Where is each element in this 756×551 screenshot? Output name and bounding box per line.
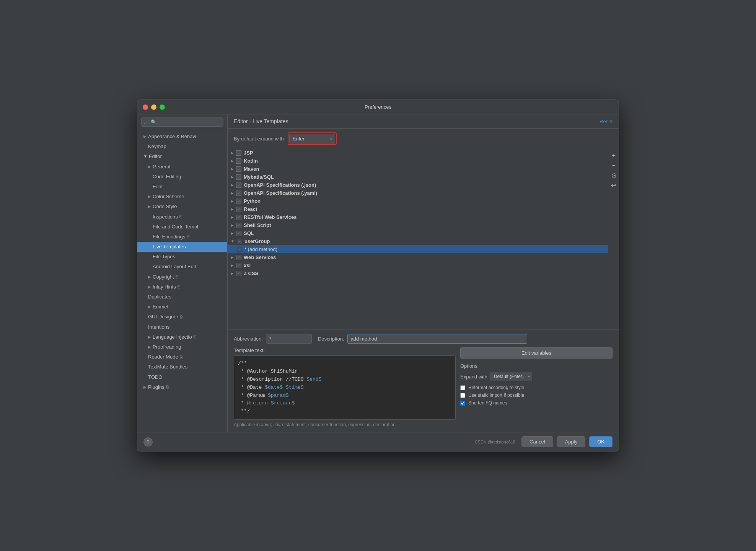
template-name: Shell Script <box>244 222 271 228</box>
footer-buttons: Cancel Apply OK <box>521 436 613 447</box>
reset-button[interactable]: Reset <box>600 119 613 124</box>
template-row-kotlin[interactable]: ▶ ✓ Kotlin <box>228 157 608 165</box>
sidebar-item-file-types[interactable]: File Types <box>137 252 227 262</box>
template-row-maven[interactable]: ▶ ✓ Maven <box>228 165 608 173</box>
sidebar-item-inspections[interactable]: Inspections ⎘ <box>137 212 227 222</box>
sidebar-item-editor[interactable]: ▼ Editor <box>137 152 227 161</box>
sidebar-item-code-style[interactable]: ▶ Code Style <box>137 202 227 212</box>
cancel-button[interactable]: Cancel <box>521 436 553 447</box>
sidebar-item-file-code-templates[interactable]: File and Code Templ <box>137 222 227 232</box>
sidebar-item-gui-designer[interactable]: GUI Designer ⎘ <box>137 312 227 322</box>
template-row-z-css[interactable]: ▶ ✓ Z CSS <box>228 269 608 277</box>
minimize-button[interactable] <box>151 104 156 110</box>
sidebar-item-reader-mode[interactable]: Reader Mode ⎘ <box>137 352 227 362</box>
sidebar-item-keymap[interactable]: Keymap <box>137 142 227 152</box>
expand-with-row: Expand with Default (Enter) Enter Tab Sp… <box>460 372 613 381</box>
sidebar-item-language-injection[interactable]: ▶ Language Injectio ⎘ <box>137 332 227 342</box>
search-wrap <box>141 117 223 127</box>
expand-with-option-select[interactable]: Default (Enter) Enter Tab Space <box>490 372 532 381</box>
shorten-fq-checkbox[interactable] <box>460 401 465 406</box>
editor-bottom: Template text: /** * @Author ShiShuMin *… <box>234 347 613 427</box>
sidebar-item-todo[interactable]: TODO <box>137 372 227 382</box>
template-name: Mybatis/SQL <box>244 174 274 180</box>
sidebar-item-android-layout[interactable]: Android Layout Edit <box>137 262 227 272</box>
breadcrumb-parent: Editor <box>234 118 248 124</box>
options-section: Options Expand with Default (Enter) Ente… <box>460 363 613 406</box>
sidebar-item-proofreading[interactable]: ▶ Proofreading <box>137 342 227 352</box>
template-text-label: Template text: <box>234 347 456 353</box>
copy-button[interactable]: ⎘ <box>609 171 618 179</box>
checkbox-icon: ✓ <box>236 166 241 172</box>
search-input[interactable] <box>141 117 223 127</box>
sidebar-item-live-templates[interactable]: Live Templates <box>137 242 227 252</box>
template-line-6: * @return $return$ <box>238 399 451 408</box>
sidebar-item-label: Inlay Hints <box>153 284 176 290</box>
sidebar-item-color-scheme[interactable]: ▶ Color Scheme <box>137 192 227 202</box>
sidebar-item-inlay-hints[interactable]: ▶ Inlay Hints ⎘ <box>137 282 227 292</box>
template-row-openapi-json[interactable]: ▶ ✓ OpenAPI Specifications (.json) <box>228 181 608 189</box>
description-field-group: Description: <box>318 334 527 344</box>
template-row-xsl[interactable]: ▶ ✓ xsl <box>228 261 608 269</box>
help-button[interactable]: ? <box>143 437 153 447</box>
expand-with-select[interactable]: Enter Tab Space <box>289 134 335 143</box>
arrow-icon: ▶ <box>231 159 234 163</box>
sidebar-item-emmet[interactable]: ▶ Emmet <box>137 302 227 312</box>
arrow-icon: ▼ <box>231 239 235 243</box>
description-input[interactable] <box>347 334 527 344</box>
sidebar-item-textmate-bundles[interactable]: TextMate Bundles <box>137 362 227 372</box>
dialog-title: Preferences <box>365 104 391 110</box>
sidebar-item-duplicates[interactable]: Duplicates <box>137 292 227 302</box>
expand-with-bar: By default expand with Enter Tab Space ▾ <box>228 129 619 149</box>
editor-options: Edit variables Options Expand with Defau… <box>460 347 613 427</box>
copy-icon: ⎘ <box>187 234 189 240</box>
template-row-add-method[interactable]: ✓ * (add method) <box>228 245 608 253</box>
arrow-icon: ▶ <box>231 271 234 276</box>
template-row-mybatis[interactable]: ▶ ✓ Mybatis/SQL <box>228 173 608 181</box>
template-name: * (add method) <box>244 246 277 252</box>
template-row-openapi-yaml[interactable]: ▶ ✓ OpenAPI Specifications (.yaml) <box>228 189 608 197</box>
remove-button[interactable]: － <box>609 161 618 170</box>
static-import-checkbox[interactable] <box>460 393 465 398</box>
sidebar-item-label: Keymap <box>148 143 166 150</box>
sidebar-item-label: TODO <box>148 374 162 381</box>
arrow-icon: ▶ <box>148 204 151 209</box>
maximize-button[interactable] <box>160 104 165 110</box>
sidebar-item-label: Inspections <box>153 214 178 220</box>
copy-icon: ⎘ <box>178 284 180 290</box>
template-row-web-services[interactable]: ▶ ✓ Web Services <box>228 253 608 261</box>
sidebar-item-font[interactable]: Font <box>137 182 227 192</box>
sidebar-item-general[interactable]: ▶ General <box>137 162 227 172</box>
template-text-editor[interactable]: /** * @Author ShiShuMin * @Description /… <box>234 355 456 420</box>
template-row-sql[interactable]: ▶ ✓ SQL <box>228 229 608 237</box>
arrow-icon: ▶ <box>148 304 151 310</box>
shorten-fq-label: Shorten FQ names <box>468 400 507 406</box>
undo-button[interactable]: ↩ <box>609 181 618 189</box>
sidebar-item-code-editing[interactable]: Code Editing <box>137 172 227 182</box>
template-row-jsp[interactable]: ▶ ✓ JSP <box>228 149 608 157</box>
sidebar-item-copyright[interactable]: ▶ Copyright ⎘ <box>137 272 227 282</box>
expand-with-label: By default expand with <box>234 136 284 142</box>
arrow-icon: ▶ <box>231 231 234 235</box>
sidebar-item-file-encodings[interactable]: File Encodings ⎘ <box>137 232 227 242</box>
template-row-shell[interactable]: ▶ ✓ Shell Script <box>228 221 608 229</box>
ok-button[interactable]: OK <box>589 436 613 447</box>
template-row-python[interactable]: ▶ ✓ Python <box>228 197 608 205</box>
reformat-checkbox[interactable] <box>460 385 465 390</box>
sidebar-item-intentions[interactable]: Intentions <box>137 322 227 332</box>
sidebar-item-plugins[interactable]: ▶ Plugins ⎘ <box>137 382 227 392</box>
sidebar-item-appearance[interactable]: ▶ Appearance & Behavi <box>137 132 227 142</box>
template-row-react[interactable]: ▶ ✓ React <box>228 205 608 213</box>
template-row-usergroup[interactable]: ▼ ✓ userGroup <box>228 237 608 245</box>
arrow-icon: ▶ <box>143 385 147 390</box>
abbreviation-input[interactable] <box>266 334 312 344</box>
arrow-icon: ▶ <box>231 263 234 267</box>
arrow-icon: ▶ <box>148 274 151 280</box>
apply-button[interactable]: Apply <box>557 436 586 447</box>
expand-dropdown-wrap: Enter Tab Space ▾ <box>288 132 337 145</box>
add-button[interactable]: ＋ <box>609 151 618 160</box>
preferences-dialog: Preferences ▶ Appearance & Behavi Keymap… <box>137 99 619 452</box>
close-button[interactable] <box>143 104 148 110</box>
template-line-5: * @Param $param$ <box>238 392 451 400</box>
edit-variables-button[interactable]: Edit variables <box>460 347 613 359</box>
template-row-restful[interactable]: ▶ ✓ RESTful Web Services <box>228 213 608 221</box>
